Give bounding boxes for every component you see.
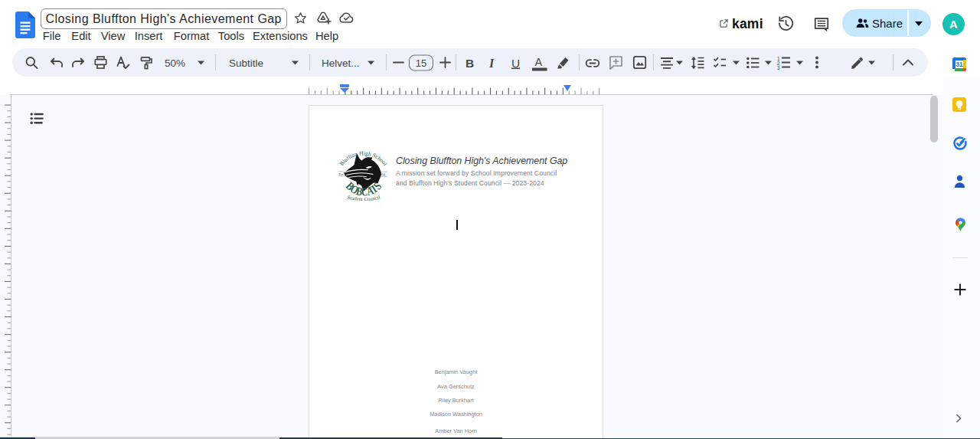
svg-text:31: 31: [956, 61, 963, 68]
svg-text:Est.: Est.: [338, 172, 344, 176]
